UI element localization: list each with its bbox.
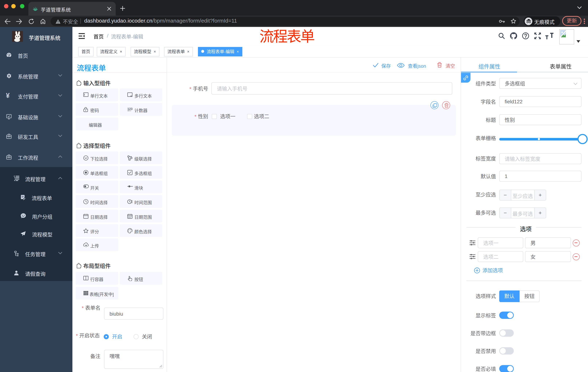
svg-text:¥: ¥ — [6, 93, 10, 99]
svg-text:123: 123 — [127, 107, 133, 111]
